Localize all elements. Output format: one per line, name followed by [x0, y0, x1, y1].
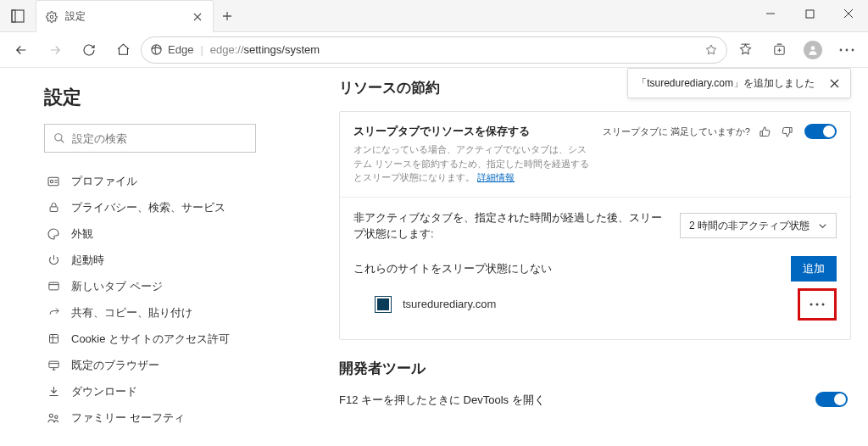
newtab-icon — [46, 279, 61, 294]
avatar-icon — [804, 41, 822, 59]
gear-icon — [45, 10, 58, 24]
nav-label: ファミリー セーフティ — [71, 410, 185, 426]
resource-saving-card: スリープタブでリソースを保存する オンになっている場合、アクティブでないタブは、… — [339, 111, 851, 340]
nav-label: ダウンロード — [71, 384, 137, 399]
notification-close-button[interactable] — [826, 75, 842, 91]
lock-icon — [46, 200, 61, 215]
more-menu-button[interactable] — [831, 36, 863, 64]
svg-point-6 — [811, 46, 815, 50]
notification-text: 「tsuredurediary.com」を追加しました — [637, 76, 815, 91]
svg-point-18 — [55, 415, 58, 418]
palette-icon — [46, 226, 61, 242]
window-maximize-button[interactable] — [790, 0, 829, 27]
edge-icon: Edge — [150, 43, 193, 56]
sidebar-item-startup[interactable]: 起動時 — [44, 247, 268, 273]
tab-close-icon[interactable] — [189, 8, 206, 25]
power-icon — [46, 253, 61, 268]
add-site-button[interactable]: 追加 — [791, 256, 837, 282]
address-bar[interactable]: Edge | edge://settings/system — [141, 36, 727, 64]
home-button[interactable] — [107, 36, 139, 64]
svg-rect-3 — [806, 10, 814, 18]
sleep-tabs-desc: オンになっている場合、アクティブでないタブは、システム リソースを節約するため、… — [353, 142, 591, 185]
sleep-tabs-title: スリープタブでリソースを保存する — [353, 124, 593, 139]
feedback-question: スリープタブに 満足していますか? — [603, 125, 750, 138]
nav-label: 新しいタブ ページ — [71, 279, 163, 294]
thumbs-up-icon[interactable] — [757, 124, 772, 139]
chevron-down-icon — [818, 221, 827, 231]
site-favicon — [376, 297, 391, 312]
notification-toast: 「tsuredurediary.com」を追加しました — [627, 68, 851, 98]
site-domain: tsuredurediary.com — [403, 298, 786, 310]
svg-point-12 — [50, 180, 53, 182]
sidebar-item-downloads[interactable]: ダウンロード — [44, 378, 268, 404]
excluded-site-row: tsuredurediary.com — [353, 282, 837, 327]
svg-rect-1 — [12, 10, 15, 22]
sidebar-item-family[interactable]: ファミリー セーフティ — [44, 404, 268, 431]
favorites-button[interactable] — [729, 36, 761, 64]
svg-point-21 — [822, 303, 825, 305]
select-value: 2 時間の非アクティブ状態 — [689, 219, 810, 233]
sidebar-item-appearance[interactable]: 外観 — [44, 220, 268, 247]
window-minimize-button[interactable] — [751, 0, 790, 27]
sidebar-item-cookies[interactable]: Cookie とサイトのアクセス許可 — [44, 326, 268, 352]
edge-label: Edge — [168, 43, 193, 56]
thumbs-down-icon[interactable] — [779, 124, 794, 139]
nav-label: Cookie とサイトのアクセス許可 — [71, 332, 230, 347]
url-text: edge://settings/system — [210, 43, 320, 56]
search-icon — [53, 132, 65, 144]
nav-label: 共有、コピー、貼り付け — [71, 305, 192, 321]
search-input[interactable] — [72, 132, 247, 145]
window-close-button[interactable] — [829, 0, 868, 27]
site-more-button[interactable] — [803, 293, 832, 315]
section-title-devtools: 開発者ツール — [339, 359, 851, 378]
favorite-star-icon[interactable] — [704, 43, 718, 57]
addr-divider: | — [200, 43, 203, 56]
refresh-button[interactable] — [73, 36, 105, 64]
inactivity-label: 非アクティブなタブを、指定された時間が経過した後、スリープ状態にします: — [353, 209, 670, 243]
svg-point-4 — [152, 45, 161, 54]
svg-point-2 — [50, 15, 53, 19]
profile-button[interactable] — [797, 36, 829, 64]
profile-icon — [46, 174, 61, 189]
download-icon — [46, 384, 61, 399]
browser-icon — [46, 358, 61, 373]
nav-label: 外観 — [71, 226, 93, 242]
svg-rect-14 — [48, 282, 58, 290]
more-info-link[interactable]: 詳細情報 — [477, 172, 515, 182]
inactivity-select[interactable]: 2 時間の非アクティブ状態 — [680, 213, 837, 238]
cookie-icon — [46, 332, 61, 347]
collections-button[interactable] — [763, 36, 795, 64]
exclude-label: これらのサイトをスリープ状態にしない — [353, 261, 781, 276]
app-menu-icon[interactable] — [0, 0, 36, 32]
sidebar-item-default-browser[interactable]: 既定のブラウザー — [44, 352, 268, 378]
sidebar-item-newtab[interactable]: 新しいタブ ページ — [44, 273, 268, 299]
svg-point-20 — [816, 303, 819, 305]
f12-label: F12 キーを押したときに DevTools を開く — [339, 392, 805, 409]
forward-button[interactable] — [39, 36, 71, 64]
f12-toggle[interactable] — [815, 392, 848, 407]
svg-point-9 — [852, 48, 854, 51]
share-icon — [46, 305, 61, 321]
back-button[interactable] — [5, 36, 37, 64]
svg-rect-15 — [49, 335, 58, 343]
svg-point-10 — [55, 134, 62, 141]
sidebar-item-share[interactable]: 共有、コピー、貼り付け — [44, 299, 268, 326]
settings-search[interactable] — [44, 124, 256, 153]
sleep-tabs-toggle[interactable] — [804, 124, 837, 139]
tab-title: 設定 — [65, 9, 182, 24]
highlight-frame — [798, 288, 837, 321]
svg-rect-0 — [12, 10, 24, 22]
family-icon — [46, 410, 61, 426]
svg-point-19 — [810, 303, 813, 305]
svg-rect-13 — [50, 207, 58, 212]
browser-tab-settings[interactable]: 設定 — [36, 0, 214, 32]
svg-point-7 — [840, 48, 843, 51]
new-tab-button[interactable] — [214, 0, 241, 32]
svg-point-17 — [49, 414, 53, 417]
nav-label: プロファイル — [71, 174, 137, 189]
svg-rect-16 — [48, 361, 58, 368]
nav-label: プライバシー、検索、サービス — [71, 200, 225, 215]
sidebar-item-privacy[interactable]: プライバシー、検索、サービス — [44, 194, 268, 220]
sidebar-item-profile[interactable]: プロファイル — [44, 168, 268, 194]
svg-point-8 — [846, 48, 849, 51]
